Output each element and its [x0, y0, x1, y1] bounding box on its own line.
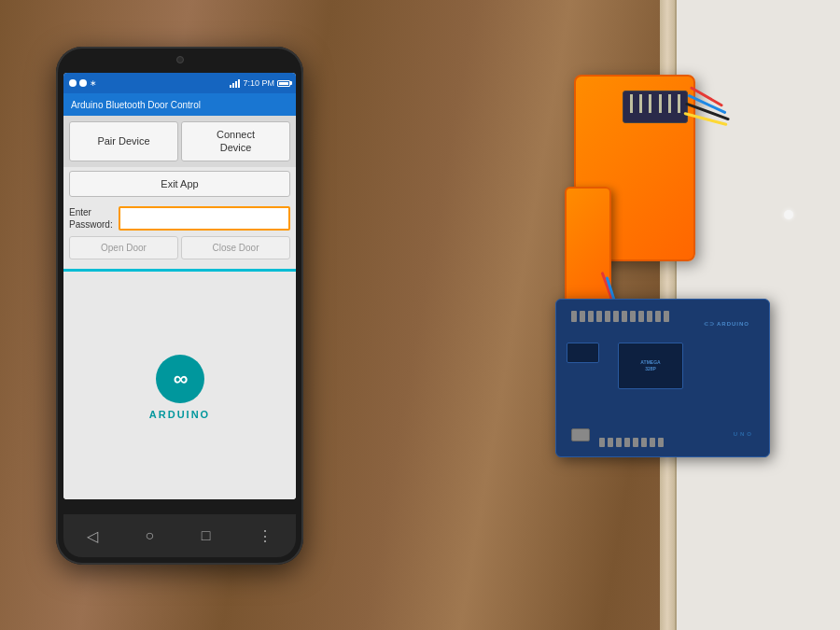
status-time: 7:10 PM	[243, 78, 274, 88]
bottom-pin-4	[624, 438, 630, 447]
bt-pin-5	[668, 94, 671, 113]
button-row: Pair Device ConnectDevice	[63, 116, 296, 167]
connect-device-label: ConnectDevice	[217, 129, 255, 153]
phone-camera	[176, 56, 184, 63]
bluetooth-module	[623, 91, 688, 123]
bt-pin-3	[649, 94, 651, 113]
password-input[interactable]	[119, 206, 290, 231]
secondary-chip	[567, 343, 599, 363]
phone-container: ∗ 7:10 PM Arduino Blueto	[56, 47, 303, 569]
bt-module-pins	[623, 91, 687, 116]
status-right: 7:10 PM	[230, 78, 290, 88]
signal-bar-4	[238, 79, 240, 88]
header-pin-8	[630, 311, 636, 322]
status-bar: ∗ 7:10 PM	[63, 73, 296, 93]
atmega-chip: ATMEGA328P	[618, 343, 683, 389]
title-bar-text: Arduino Bluetooth Door Control	[71, 100, 201, 110]
board-details: ATMEGA328P ⊂⊃ ARDUINO UNO	[562, 305, 763, 451]
pair-device-button[interactable]: Pair Device	[69, 121, 178, 161]
board-brand-text: UNO	[734, 430, 754, 437]
bottom-pin-1	[599, 438, 605, 447]
arduino-board: ATMEGA328P ⊂⊃ ARDUINO UNO	[555, 299, 770, 457]
arduino-board-logo: ⊂⊃ ARDUINO	[704, 319, 749, 328]
app-content: Pair Device ConnectDevice Exit App Enter…	[63, 116, 296, 499]
header-pin-7	[622, 311, 627, 322]
header-pin-6	[613, 311, 619, 322]
door-buttons: Open Door Close Door	[63, 236, 296, 265]
recents-button[interactable]: □	[202, 527, 211, 544]
bluetooth-icon: ∗	[90, 78, 97, 88]
home-button[interactable]: ○	[146, 527, 155, 544]
header-pin-5	[605, 311, 610, 322]
password-label-text: EnterPassword:	[69, 207, 113, 230]
header-pin-4	[596, 311, 602, 322]
chip-label: ATMEGA328P	[640, 359, 660, 372]
bottom-pin-2	[608, 438, 613, 447]
logo-area: ∞ ARDUINO	[63, 275, 296, 499]
password-label: EnterPassword:	[69, 206, 113, 231]
arduino-brand-text: ARDUINO	[149, 409, 210, 420]
exit-app-button[interactable]: Exit App	[69, 171, 290, 197]
arduino-logo-circle: ∞	[156, 355, 204, 403]
nav-bar: ◁ ○ □ ⋮	[63, 514, 296, 557]
phone-screen: ∗ 7:10 PM Arduino Blueto	[63, 73, 296, 499]
usb-port	[571, 428, 590, 441]
connect-device-button[interactable]: ConnectDevice	[181, 121, 290, 161]
header-pin-3	[588, 311, 594, 322]
notification-icon-2	[79, 79, 87, 87]
bt-pin-2	[639, 94, 642, 113]
notification-icon	[69, 79, 77, 87]
header-pin-9	[638, 311, 644, 322]
bt-pin-6	[678, 94, 680, 113]
wire-yellow-1	[683, 112, 727, 126]
back-button[interactable]: ◁	[87, 527, 98, 545]
signal-bars	[230, 78, 240, 88]
header-pin-11	[655, 311, 661, 322]
bt-pin-4	[659, 94, 662, 113]
bottom-pins	[599, 438, 735, 447]
title-bar: Arduino Bluetooth Door Control	[63, 93, 296, 116]
signal-bar-1	[230, 85, 231, 88]
battery-fill	[279, 82, 288, 85]
white-led	[784, 210, 793, 219]
close-door-button[interactable]: Close Door	[181, 236, 290, 259]
header-pin-10	[647, 311, 652, 322]
bottom-pin-5	[633, 438, 638, 447]
signal-bar-3	[235, 81, 237, 88]
cyan-divider	[63, 269, 296, 272]
bottom-pin-8	[658, 438, 664, 447]
bottom-pin-3	[616, 438, 622, 447]
bottom-pin-6	[641, 438, 647, 447]
header-pin-2	[580, 311, 585, 322]
servo-arm	[565, 187, 611, 308]
bt-pin-1	[630, 94, 633, 113]
battery-icon	[277, 80, 290, 87]
arduino-infinity-icon: ∞	[174, 367, 187, 391]
password-section: EnterPassword:	[63, 201, 296, 236]
signal-bar-2	[232, 83, 234, 88]
open-door-button[interactable]: Open Door	[69, 236, 178, 259]
bottom-pin-7	[650, 438, 655, 447]
header-pin-12	[664, 311, 669, 322]
hardware-container: ATMEGA328P ⊂⊃ ARDUINO UNO	[546, 75, 817, 560]
status-left: ∗	[69, 78, 97, 88]
header-pin-1	[571, 311, 577, 322]
more-button[interactable]: ⋮	[258, 527, 273, 545]
phone-body: ∗ 7:10 PM Arduino Blueto	[56, 47, 303, 565]
